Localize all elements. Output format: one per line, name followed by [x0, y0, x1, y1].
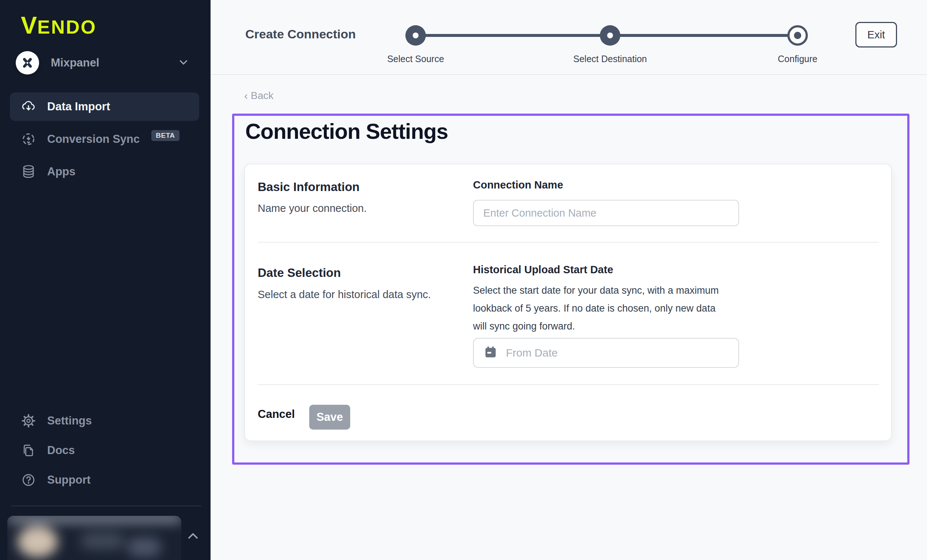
section-divider — [258, 242, 879, 243]
date-selection-description: Select a date for historical data sync. — [258, 288, 431, 300]
date-selection-title: Date Selection — [258, 266, 341, 280]
exit-button[interactable]: Exit — [856, 22, 897, 47]
sidebar-item-docs[interactable]: Docs — [10, 436, 199, 464]
connection-name-input[interactable] — [473, 200, 739, 226]
basic-info-title: Basic Information — [258, 180, 360, 194]
workspace-selector[interactable]: Mixpanel — [16, 50, 195, 75]
cloud-download-icon — [21, 99, 36, 114]
sidebar-item-label: Apps — [47, 165, 76, 178]
avatar — [18, 526, 58, 557]
basic-info-description: Name your connection. — [258, 202, 367, 214]
sync-icon — [21, 132, 36, 147]
chevron-down-icon — [177, 56, 190, 70]
database-icon — [21, 164, 36, 179]
sidebar-divider — [11, 505, 201, 506]
from-date-field[interactable] — [473, 338, 739, 368]
chevron-up-icon[interactable] — [185, 528, 201, 546]
step-label: Select Source — [387, 54, 444, 64]
mixpanel-logo-icon — [16, 51, 39, 74]
calendar-icon — [483, 345, 498, 361]
step-label: Configure — [778, 54, 818, 64]
section-divider — [258, 384, 879, 385]
sidebar-item-label: Conversion Sync — [47, 133, 140, 146]
help-icon — [21, 472, 36, 488]
docs-icon — [21, 443, 36, 458]
sidebar: VENDO Mixpanel Data Import — [0, 0, 211, 560]
stepper-connector — [421, 34, 605, 37]
chevron-left-icon: ‹ — [244, 90, 248, 101]
back-label: Back — [251, 90, 274, 102]
sidebar-item-settings[interactable]: Settings — [10, 407, 199, 435]
start-date-label: Historical Upload Start Date — [473, 264, 613, 276]
main-content: Create Connection Select Source Select D… — [211, 0, 927, 560]
sidebar-item-support[interactable]: Support — [10, 466, 199, 494]
user-profile-blur — [7, 516, 181, 560]
beta-badge: BETA — [151, 130, 179, 141]
vendo-logo: VENDO — [21, 13, 97, 37]
back-link[interactable]: ‹ Back — [244, 90, 274, 102]
cancel-button[interactable]: Cancel — [258, 408, 295, 421]
gear-icon — [21, 413, 36, 428]
step-label: Select Destination — [573, 54, 647, 64]
sidebar-item-label: Settings — [47, 414, 92, 427]
sidebar-item-label: Data Import — [47, 100, 110, 113]
start-date-help: Select the start date for your data sync… — [473, 282, 729, 335]
step-dot-configure[interactable] — [787, 25, 808, 46]
user-profile-blurred[interactable] — [7, 516, 181, 560]
stepper-connector — [615, 34, 792, 37]
connection-settings-card: Basic Information Name your connection. … — [244, 164, 892, 441]
wizard-header: Create Connection Select Source Select D… — [211, 0, 927, 75]
sidebar-item-label: Docs — [47, 444, 75, 457]
sidebar-item-apps[interactable]: Apps — [10, 158, 199, 186]
sidebar-item-label: Support — [47, 473, 91, 487]
step-dot-select-source[interactable] — [406, 25, 426, 46]
from-date-input[interactable] — [506, 347, 729, 359]
sidebar-item-conversion-sync[interactable]: Conversion Sync BETA — [10, 125, 199, 153]
wizard-title: Create Connection — [245, 27, 356, 41]
page-title: Connection Settings — [245, 119, 448, 144]
sidebar-item-data-import[interactable]: Data Import — [10, 93, 199, 121]
step-dot-select-destination[interactable] — [600, 25, 620, 46]
workspace-name: Mixpanel — [51, 56, 166, 70]
save-button[interactable]: Save — [309, 405, 350, 429]
sidebar-footer-nav: Settings Docs Support — [10, 407, 199, 494]
connection-name-label: Connection Name — [473, 179, 563, 191]
sidebar-nav: Data Import Conversion Sync BETA — [10, 93, 199, 186]
